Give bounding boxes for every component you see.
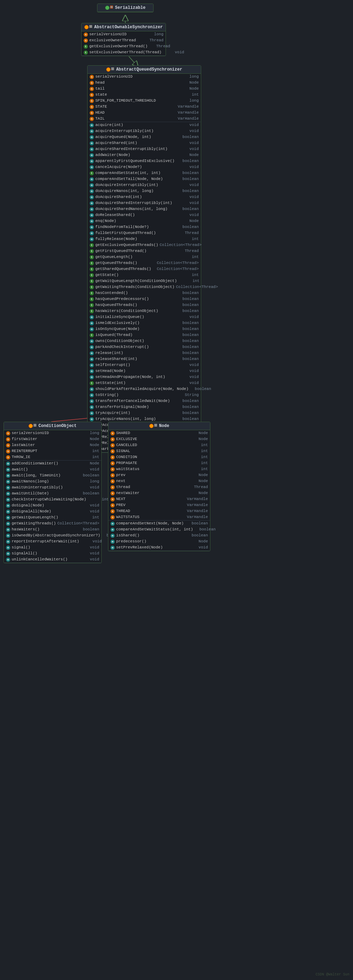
table-row: sfirstWaiterNode <box>4 436 101 442</box>
icon-orange-3 <box>29 424 33 428</box>
abstract-ownable-synchronizer-class: AbstractOwnableSynchronizer s serialVers… <box>81 23 166 56</box>
fi: m <box>90 135 94 139</box>
fi: m <box>90 159 94 163</box>
fi: s <box>110 479 115 484</box>
icon-diamond-3 <box>33 424 37 426</box>
fi: m <box>6 461 10 466</box>
serializable-title: Serializable <box>115 5 145 10</box>
fi: m <box>110 539 115 544</box>
fi: m <box>6 474 10 478</box>
table-row: mcompareAndSetWaitStatus(int, int)boolea… <box>108 527 210 533</box>
fi: m <box>90 123 94 127</box>
co-header: ConditionObject <box>4 422 101 430</box>
table-row: macquireSharedInterruptibly(int)void <box>87 146 201 152</box>
table-row: mdoReleaseShared()void <box>87 212 201 218</box>
fi: m <box>6 485 10 490</box>
table-row: macquireQueued(Node, int)boolean <box>87 134 201 140</box>
fi: m <box>6 480 10 484</box>
fi: m <box>90 183 94 188</box>
condition-object-class: ConditionObject sserialVersionUIDlong sf… <box>3 422 102 563</box>
aos-title: AbstractOwnableSynchronizer <box>94 25 163 30</box>
table-row: mawait()void <box>4 466 101 473</box>
table-row: sSIGNALint <box>108 448 210 454</box>
fi: t <box>90 243 94 247</box>
table-row: mtoString()String <box>87 392 201 398</box>
table-row: munlinkCancelledWaiters()void <box>4 557 101 563</box>
fi: m <box>90 351 94 355</box>
table-row: sCANCELLEDint <box>108 442 210 448</box>
table-row: mawaitUninterruptibly()void <box>4 485 101 490</box>
fi: m <box>90 387 94 391</box>
table-row: mhasWaiters()boolean <box>4 527 101 533</box>
table-row: tgetSharedQueuedThreads()Collection<Thre… <box>87 266 201 272</box>
table-row: sSPIN_FOR_TIMEOUT_THRESHOLDlong <box>87 98 201 104</box>
table-row: sPROPAGATEint <box>108 460 210 466</box>
aqs-header: AbstractQueuedSynchronizer <box>87 66 201 74</box>
fi: m <box>90 153 94 158</box>
fi: m <box>90 327 94 331</box>
table-row: tisQueued(Thread)boolean <box>87 332 201 338</box>
fi: t <box>90 309 94 313</box>
fi: m <box>110 546 115 550</box>
table-row: mgetWaitQueueLength()int <box>4 514 101 520</box>
table-row: mdoAcquireInterruptibly(int)void <box>87 182 201 188</box>
fi: s <box>110 449 115 453</box>
fi: m <box>6 498 10 502</box>
fi: m <box>90 207 94 212</box>
fi: m <box>90 405 94 409</box>
icon-orange-1 <box>84 25 89 29</box>
table-row: sheadNode <box>87 80 201 86</box>
fi: t <box>90 291 94 295</box>
co-fields-section: sserialVersionUIDlong sfirstWaiterNode s… <box>4 430 101 461</box>
fi: m <box>90 213 94 217</box>
fi: s <box>90 75 94 79</box>
table-row: mawaitUntil(Date)boolean <box>4 490 101 496</box>
table-row: snextNode <box>108 478 210 484</box>
table-row: sprevNode <box>108 472 210 478</box>
table-row: sPREVVarHandle <box>108 502 210 508</box>
fi: m <box>90 363 94 368</box>
table-row: macquire(int)void <box>87 122 201 128</box>
fi: s <box>110 509 115 514</box>
table-row: mgetWaitingThreads()Collection<Thread> <box>4 520 101 527</box>
fi: m <box>90 417 94 422</box>
table-row: t setExclusiveOwnerThread(Thread) void <box>81 49 165 56</box>
table-row: mtransferForSignal(Node)boolean <box>87 404 201 410</box>
field-icon: t <box>84 51 88 55</box>
table-row: mdoAcquireShared(int)void <box>87 194 201 200</box>
table-row: maddConditionWaiter()Node <box>4 461 101 466</box>
fi: m <box>90 237 94 241</box>
table-row: menq(Node)Node <box>87 218 201 224</box>
table-row: misHeldExclusively()boolean <box>87 320 201 326</box>
table-row: minitializeSyncQueue()void <box>87 314 201 320</box>
table-row: sEXCLUSIVENode <box>108 436 210 442</box>
table-row: mowns(ConditionObject)boolean <box>87 338 201 344</box>
table-row: mcheckInterruptWhileWaiting(Node)int <box>4 496 101 503</box>
table-row: sstateint <box>87 92 201 98</box>
table-row: macquireInterruptibly(int)void <box>87 128 201 134</box>
fi: m <box>90 357 94 361</box>
icon-orange-2 <box>106 67 110 72</box>
table-row: mcompareAndSetTail(Node, Node)boolean <box>87 176 201 182</box>
fi: t <box>90 297 94 301</box>
svg-line-1 <box>129 56 138 66</box>
fi: s <box>90 87 94 91</box>
table-row: mtryAcquireNanos(int, long)boolean <box>87 416 201 422</box>
fi: t <box>90 273 94 277</box>
table-row: sREINTERRUPTint <box>4 448 101 454</box>
fi: s <box>6 443 10 447</box>
table-row: msetHeadAndPropagate(Node, int)void <box>87 374 201 380</box>
fi: m <box>6 515 10 520</box>
table-row: mawait(long, TimeUnit)boolean <box>4 473 101 479</box>
fi: s <box>6 437 10 441</box>
fi: s <box>90 93 94 97</box>
fi: m <box>90 231 94 235</box>
table-row: tgetWaitingThreads(ConditionObject)Colle… <box>87 284 201 290</box>
table-row: tgetQueuedThreads()Collection<Thread> <box>87 260 201 266</box>
fi: s <box>110 497 115 501</box>
fi: t <box>90 285 94 290</box>
fi: s <box>110 455 115 460</box>
aqs-fields-section: sserialVersionUIDlong sheadNode stailNod… <box>87 74 201 122</box>
fi: s <box>110 485 115 490</box>
table-row: sSHAREDNode <box>108 430 210 436</box>
